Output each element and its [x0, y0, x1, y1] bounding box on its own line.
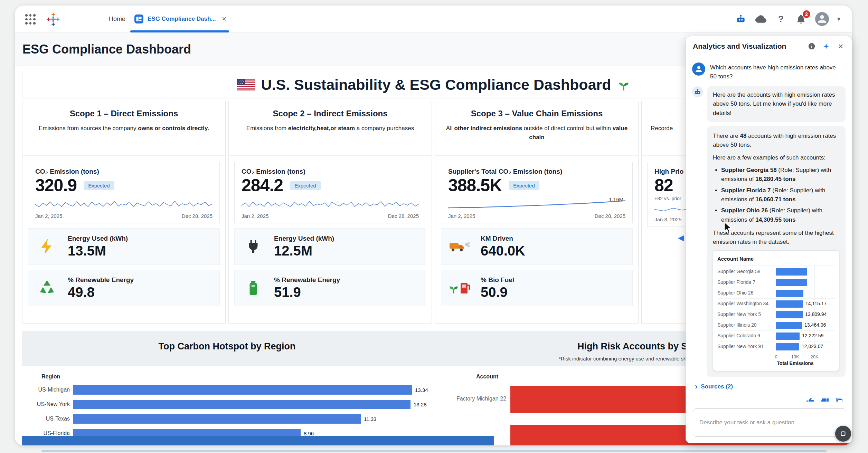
emission-bar[interactable] — [776, 268, 807, 276]
background-window-edge — [41, 450, 827, 452]
metric-label: CO₂ Emission (tons) — [35, 168, 213, 175]
bot-message: Here are the accounts with high emission… — [707, 86, 846, 122]
kpi-label: Energy Used (kWh) — [68, 235, 128, 242]
metric-value: 320.9 — [35, 176, 77, 195]
chat-input-area — [693, 408, 846, 437]
chevron-right-icon: › — [695, 383, 697, 391]
analytics-panel: Analytics and Visualization × Which acco… — [686, 36, 852, 443]
scope3-subtitle: All other indirect emissions outside of … — [444, 124, 629, 142]
kpi-value: 12.5M — [274, 243, 334, 259]
date-start: Jan 2, 2025 — [35, 213, 62, 219]
kpi-value: 50.9 — [481, 285, 514, 300]
truck-smoke-icon — [449, 239, 471, 254]
emission-bar[interactable] — [776, 279, 807, 286]
kpi-label: Energy Used (kWh) — [274, 235, 334, 242]
chat-input[interactable] — [693, 408, 846, 437]
browser-chrome: Home ESG Compliance Dash... × ? 2 — [15, 6, 852, 32]
sparkline-chart[interactable] — [242, 198, 419, 211]
chart-row: US-New York 13.28 — [22, 397, 432, 412]
emission-bar[interactable] — [776, 343, 799, 350]
emission-bar[interactable] — [776, 311, 803, 318]
emissions-bar-chart: Account Name Supplier Georgia 58 Supplie… — [713, 250, 839, 371]
emission-bar[interactable] — [776, 300, 803, 308]
region-bar-chart: Region US-Michigan 13.34 US-New York 13.… — [22, 372, 432, 441]
sparkline-chart[interactable] — [35, 198, 213, 211]
tableau-logo[interactable] — [45, 11, 61, 27]
metric-card: Supplier's Total CO₂ Emission (tons) 388… — [441, 162, 633, 223]
metric-card: CO₂ Emission (tons) 320.9 Expected Jan 2… — [28, 162, 220, 223]
line-annotation: 1.16M — [609, 196, 623, 202]
bullet-item: Supplier Ohio 26 (Role: Supplier) with e… — [721, 206, 839, 224]
user-message: Which accounts have high emission rates … — [710, 62, 842, 81]
account-name: Supplier Illinois 20 — [717, 321, 776, 329]
assistant-bot-icon[interactable] — [735, 13, 747, 25]
account-name: Supplier Ohio 26 — [717, 289, 776, 297]
info-icon[interactable] — [808, 42, 816, 50]
close-icon[interactable]: × — [837, 42, 845, 50]
kpi-label: % Bio Fuel — [481, 276, 514, 284]
chart-row: US-Michigan 13.34 — [22, 383, 432, 397]
tab-close-icon[interactable]: × — [222, 15, 226, 23]
panel-title: Analytics and Visualization — [693, 42, 801, 50]
region-value: 13.28 — [414, 402, 427, 407]
region-bar[interactable] — [73, 414, 361, 424]
bullet-item: Supplier Georgia 58 (Role: Supplier) wit… — [721, 166, 839, 184]
app-launcher-icon[interactable] — [25, 14, 36, 25]
trend-line-chart[interactable] — [448, 198, 625, 211]
kpi-row: % Bio Fuel 50.9 — [441, 270, 633, 306]
axis-tick: 0 — [775, 354, 777, 360]
scope2-title: Scope 2 – Indirect Emissions — [238, 109, 423, 118]
scope2-card: Scope 2 – Indirect Emissions Emissions f… — [228, 101, 432, 324]
chrome-actions: ? 2 ▾ — [735, 6, 840, 32]
sources-toggle[interactable]: › Sources (2) — [695, 383, 846, 391]
kpi-row: KM Driven 640.0K — [441, 228, 633, 265]
bottom-blue-band — [22, 436, 494, 445]
date-start: Jan 2, 2025 — [242, 213, 268, 219]
bot-details-card: There are 48 accounts with high emission… — [707, 126, 846, 377]
kpi-row: % Renewable Energy 49.8 — [28, 270, 220, 306]
scope1-subtitle: Emissions from sources the company owns … — [31, 124, 216, 133]
emission-bar[interactable] — [776, 332, 800, 340]
copy-icon[interactable] — [835, 397, 843, 402]
region-bar[interactable] — [73, 400, 411, 409]
tab-esg-dashboard[interactable]: ESG Compliance Dash... × — [134, 6, 226, 32]
chart-row: Supplier New York 91 12,023.07 — [717, 341, 835, 352]
axis-tick: 10K — [791, 354, 799, 360]
region-value: 11.33 — [364, 416, 376, 422]
notifications-icon[interactable]: 2 — [795, 13, 807, 25]
cloud-icon[interactable] — [755, 13, 767, 25]
thumbs-up-icon[interactable] — [806, 397, 814, 402]
axis-tick: 20K — [810, 354, 818, 360]
chart-row: Supplier Florida 7 — [717, 277, 835, 288]
floating-action-button[interactable] — [835, 426, 851, 442]
chevron-down-icon[interactable]: ▾ — [837, 15, 840, 23]
help-icon[interactable]: ? — [775, 13, 787, 25]
user-avatar[interactable] — [815, 12, 829, 26]
emission-value: 12,222.59 — [802, 332, 823, 340]
tab-home-label: Home — [109, 16, 125, 23]
bot-avatar — [692, 86, 703, 97]
region-bar[interactable] — [73, 385, 412, 395]
scope2-subtitle: Emissions from electricity,heat,or steam… — [238, 124, 423, 133]
tab-esg-label: ESG Compliance Dash... — [148, 16, 216, 22]
emission-bar[interactable] — [776, 322, 802, 329]
dashboard-tab-icon — [134, 15, 143, 23]
kpi-row: Energy Used (kWh) 12.5M — [234, 228, 426, 265]
dashboard-title: U.S. Sustainability & ESG Compliance Das… — [261, 76, 611, 93]
bolt-icon — [36, 237, 58, 256]
kpi-value: 49.8 — [68, 285, 134, 300]
seedling-icon — [617, 77, 631, 92]
kpi-label: % Renewable Energy — [68, 276, 134, 284]
thumbs-down-icon[interactable] — [821, 397, 829, 402]
details-bullet-list: Supplier Georgia 58 (Role: Supplier) wit… — [713, 166, 839, 224]
sparkle-icon[interactable] — [822, 42, 830, 50]
emission-bar[interactable] — [776, 290, 803, 297]
panel-collapse-icon[interactable]: ◀ — [678, 233, 684, 242]
tab-home[interactable]: Home — [109, 6, 125, 32]
chart-row: US-Texas 11.33 — [22, 412, 432, 426]
sources-label: Sources (2) — [701, 383, 733, 390]
panel-header: Analytics and Visualization × — [686, 36, 852, 56]
chart-column-header: Account Name — [717, 255, 835, 266]
account-name: Supplier Florida 7 — [717, 279, 776, 286]
account-label: Factory Michigan 22 — [432, 396, 506, 402]
